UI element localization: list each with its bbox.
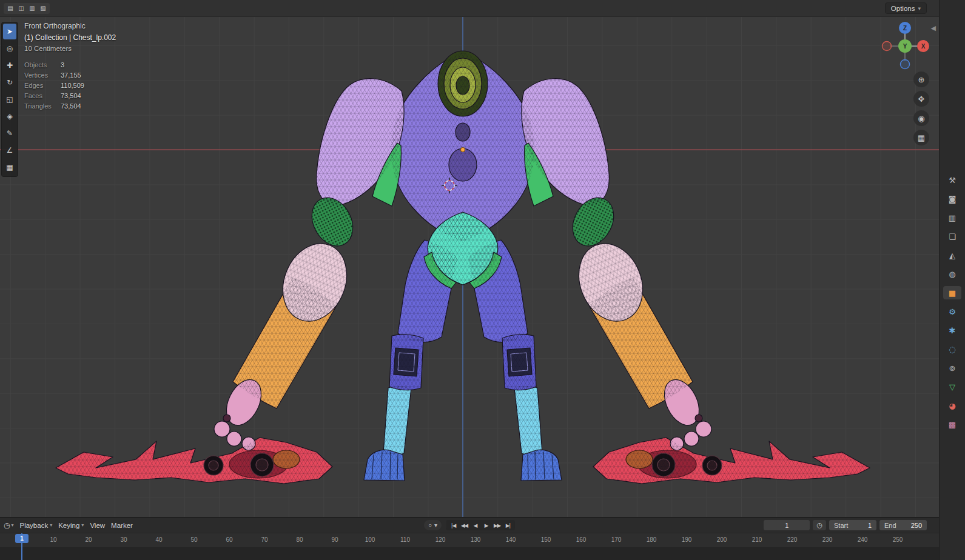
jump-to-end-button[interactable]: ▶| xyxy=(503,521,513,530)
menu-label: Keying xyxy=(58,522,79,529)
properties-tab-bar: ⚒◙▥❏◭◍■⚙✱◌⊚▽◕▩ xyxy=(939,0,965,560)
end-frame-field[interactable]: End 250 xyxy=(879,520,927,530)
menu-marker[interactable]: Marker xyxy=(111,522,133,529)
axis-y-label: Y xyxy=(903,43,907,50)
tab-constraints[interactable]: ⊚ xyxy=(943,361,961,375)
jump-to-start-button[interactable]: |◀ xyxy=(449,521,458,530)
ruler-tick: 90 xyxy=(331,536,338,543)
ruler-tick: 160 xyxy=(576,536,587,543)
tweak-select-tool[interactable]: ➤ xyxy=(3,24,16,39)
end-label: End xyxy=(884,522,896,529)
previous-keyframe-button[interactable]: ◀◀ xyxy=(460,521,469,530)
start-frame-field[interactable]: Start 1 xyxy=(829,520,876,530)
stat-label: Triangles xyxy=(24,102,61,110)
timeline-editor-type-button[interactable]: ◷ ▾ xyxy=(4,521,14,530)
pan-hand-icon[interactable]: ✥ xyxy=(913,91,929,107)
viewport-header: ▤◫▥▧ Options ▾ xyxy=(0,0,939,17)
playhead-frame-badge: 1 xyxy=(15,534,29,543)
stat-row: Objects 3 xyxy=(24,59,116,70)
chevron-down-icon: ▾ xyxy=(81,522,84,528)
tab-particles[interactable]: ✱ xyxy=(943,324,961,337)
view-name: Front Orthographic xyxy=(24,22,116,30)
tab-output[interactable]: ▥ xyxy=(943,211,961,224)
tab-object[interactable]: ■ xyxy=(943,286,961,299)
playhead[interactable]: 1 xyxy=(21,533,22,560)
menu-keying[interactable]: Keying ▾ xyxy=(58,522,84,529)
tab-tool[interactable]: ⚒ xyxy=(943,173,961,187)
rotate-tool[interactable]: ↻ xyxy=(3,75,16,90)
sidebar-collapse-arrow[interactable]: ◀ xyxy=(931,24,936,32)
stat-value: 73,504 xyxy=(61,92,81,99)
navigation-gizmo[interactable]: Z X Y xyxy=(879,21,930,72)
statistics-overlay: Objects 3 Vertices 37,155 Edges 110,509 … xyxy=(24,59,116,111)
axis-x-negative-ball[interactable] xyxy=(883,42,892,51)
tab-scene[interactable]: ◭ xyxy=(943,248,961,262)
axis-z-negative-ball[interactable] xyxy=(901,60,910,69)
tab-modifiers[interactable]: ⚙ xyxy=(943,305,961,318)
ruler-tick: 140 xyxy=(506,536,516,543)
tab-material[interactable]: ◕ xyxy=(943,399,961,412)
zoom-icon[interactable]: ⊕ xyxy=(913,72,929,87)
ruler-tick: 80 xyxy=(296,536,303,543)
menu-label: Marker xyxy=(111,522,133,529)
transport-buttons: |◀◀◀◀▶▶▶▶| xyxy=(446,520,515,530)
menu-view[interactable]: View xyxy=(90,522,105,529)
ruler-tick: 180 xyxy=(647,536,657,543)
timeline-menus: Playback ▾ Keying ▾ View Marker xyxy=(20,522,133,529)
ruler-tick: 150 xyxy=(541,536,551,543)
tab-physics[interactable]: ◌ xyxy=(943,342,961,356)
transform-tool[interactable]: ◈ xyxy=(3,108,16,124)
ruler-tick: 40 xyxy=(155,536,162,543)
tab-view-layer[interactable]: ❏ xyxy=(943,230,961,243)
tab-world[interactable]: ◍ xyxy=(943,267,961,281)
auto-keying-toggle[interactable]: ○ ▾ xyxy=(424,520,442,530)
tab-render[interactable]: ◙ xyxy=(943,192,961,205)
move-tool[interactable]: ✚ xyxy=(3,58,16,73)
viewport-nav-buttons: ⊕✥◉▦ xyxy=(913,72,929,145)
stat-label: Objects xyxy=(24,61,61,68)
menu-playback[interactable]: Playback ▾ xyxy=(20,522,53,529)
grid-perspective-icon[interactable]: ▦ xyxy=(913,130,929,145)
annotate-tool[interactable]: ✎ xyxy=(3,125,16,141)
frame-range-controls: 1 ◷ Start 1 End 250 xyxy=(764,520,935,530)
ruler-tick: 120 xyxy=(435,536,446,543)
ruler-tick: 50 xyxy=(190,536,197,543)
tab-object-data[interactable]: ▽ xyxy=(943,380,961,393)
timeline-track[interactable] xyxy=(0,548,939,560)
stat-value: 37,155 xyxy=(61,72,81,79)
options-button[interactable]: Options ▾ xyxy=(885,2,927,14)
stat-row: Vertices 37,155 xyxy=(24,70,116,80)
ruler-tick: 220 xyxy=(787,536,798,543)
editor-type-icon[interactable]: ▤ xyxy=(5,4,15,13)
snap-icon[interactable]: ▥ xyxy=(27,4,37,13)
stat-value: 110,509 xyxy=(61,82,84,89)
tab-texture[interactable]: ▩ xyxy=(943,418,961,431)
next-keyframe-button[interactable]: ▶▶ xyxy=(493,521,502,530)
ruler-tick: 100 xyxy=(365,536,375,543)
cursor-tool[interactable]: ◎ xyxy=(3,41,16,56)
clock-icon: ◷ xyxy=(4,521,10,530)
overlay-toggle-icon[interactable]: ▧ xyxy=(38,4,48,13)
play-reverse-button[interactable]: ◀ xyxy=(471,521,480,530)
camera-view-icon[interactable]: ◉ xyxy=(913,110,929,126)
timeline-header: ◷ ▾ Playback ▾ Keying ▾ View Marker xyxy=(0,518,939,533)
end-value: 250 xyxy=(911,522,922,529)
menu-label: View xyxy=(90,522,105,529)
ruler-tick: 190 xyxy=(682,536,692,543)
start-value: 1 xyxy=(868,522,872,529)
timeline-editor: ◷ ▾ Playback ▾ Keying ▾ View Marker xyxy=(0,517,939,560)
play-button[interactable]: ▶ xyxy=(482,521,491,530)
add-primitive-tool[interactable]: ▦ xyxy=(3,159,16,175)
viewport-shading-icon[interactable]: ◫ xyxy=(16,4,26,13)
scale-tool[interactable]: ◱ xyxy=(3,92,16,107)
active-object-context: (1) Collection | Chest_lp.002 xyxy=(24,33,116,42)
preview-range-clock-toggle[interactable]: ◷ xyxy=(813,520,826,530)
timeline-ruler[interactable]: 1020304050607080901001101201301401501601… xyxy=(0,533,939,548)
measure-tool[interactable]: ∠ xyxy=(3,142,16,158)
ruler-tick: 210 xyxy=(752,536,762,543)
ruler-tick: 110 xyxy=(400,536,410,543)
current-frame-field[interactable]: 1 xyxy=(764,520,810,530)
stat-value: 73,504 xyxy=(61,102,81,110)
ruler-tick: 250 xyxy=(893,536,903,543)
chevron-down-icon: ▾ xyxy=(50,522,52,528)
